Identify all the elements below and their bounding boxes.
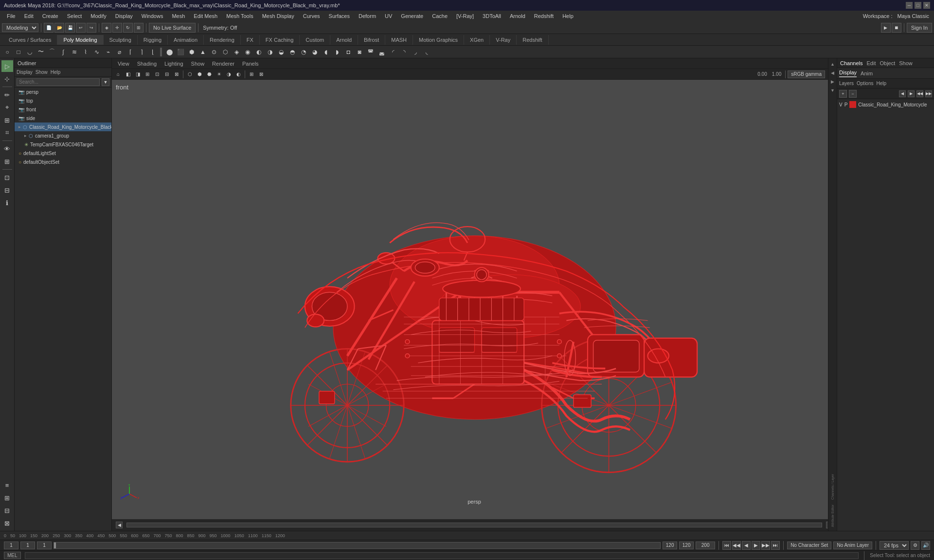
rotate-btn[interactable]: ↻	[123, 23, 133, 33]
menu-redshift[interactable]: Redshift	[530, 12, 557, 20]
mesh11-icon-btn[interactable]: ◘	[343, 47, 354, 57]
vp-shade-btn[interactable]: ⬢	[195, 70, 204, 79]
vp-tex-btn[interactable]: ⬣	[205, 70, 214, 79]
vp-cam2-btn[interactable]: ◨	[133, 70, 142, 79]
tab-arnold[interactable]: Arnold	[330, 35, 358, 45]
vp-cam1-btn[interactable]: ◧	[124, 70, 132, 79]
rp-tab-display[interactable]: Display	[839, 70, 857, 77]
info-btn[interactable]: ℹ	[1, 197, 13, 209]
tab-motion-graphics[interactable]: Motion Graphics	[413, 35, 464, 45]
outliner-item-objectset[interactable]: ○ defaultObjectSet	[15, 158, 111, 166]
bezier-icon-btn[interactable]: ⌒	[47, 47, 57, 57]
frame-start-field[interactable]	[4, 542, 18, 549]
vp-menu-view[interactable]: View	[115, 61, 132, 67]
menu-surfaces[interactable]: Surfaces	[325, 12, 354, 20]
ri-btn2[interactable]: ◀	[829, 69, 837, 77]
mesh12-icon-btn[interactable]: ◙	[354, 47, 365, 57]
outliner-item-camera-group[interactable]: ▸ ⬡ camera1_group	[15, 131, 111, 140]
tab-sculpting[interactable]: Sculpting	[104, 35, 138, 45]
rp-object[interactable]: Object	[880, 60, 895, 66]
menu-mesh-display[interactable]: Mesh Display	[258, 12, 298, 20]
crv3-icon-btn[interactable]: ∿	[91, 47, 102, 57]
vp-grid-btn[interactable]: ⊞	[247, 70, 256, 79]
arc-icon-btn[interactable]: ◡	[24, 47, 35, 57]
open-btn[interactable]: 📂	[54, 23, 64, 33]
rp-add-layer-btn[interactable]: +	[839, 90, 847, 98]
vp-scroll-left[interactable]: ◀	[116, 522, 123, 528]
mesh4-icon-btn[interactable]: ◑	[265, 47, 275, 57]
tab-fx[interactable]: FX	[241, 35, 260, 45]
frame-end-range-field[interactable]	[663, 542, 677, 549]
tab-rigging[interactable]: Rigging	[138, 35, 168, 45]
tab-xgen[interactable]: XGen	[464, 35, 490, 45]
torus-icon-btn[interactable]: ⊙	[209, 47, 219, 57]
vp-frame-btn[interactable]: ⊟	[162, 70, 171, 79]
rp-help-tab[interactable]: Help	[876, 81, 886, 86]
pb-prev-key-btn[interactable]: ◀◀	[732, 541, 741, 550]
menu-help[interactable]: Help	[558, 12, 577, 20]
measure-btn[interactable]: ⊟	[1, 184, 13, 196]
grid-btn[interactable]: ⊞	[1, 156, 13, 167]
deform-btn[interactable]: ⌗	[1, 127, 13, 139]
tab-fx-caching[interactable]: FX Caching	[260, 35, 300, 45]
mesh17-icon-btn[interactable]: ◞	[410, 47, 421, 57]
tab-bifrost[interactable]: Bifrost	[358, 35, 385, 45]
wave-icon-btn[interactable]: ≋	[69, 47, 80, 57]
hist-btn[interactable]: ⊟	[1, 505, 13, 516]
plane-icon-btn[interactable]: ⬡	[220, 47, 231, 57]
mirror-btn[interactable]: ⊞	[1, 114, 13, 126]
bb-settings-btn[interactable]: ⚙	[911, 541, 919, 550]
tab-animation[interactable]: Animation	[168, 35, 204, 45]
tab-custom[interactable]: Custom	[300, 35, 330, 45]
frame-current-field[interactable]	[20, 542, 35, 549]
render-seq-btn[interactable]: ▶	[881, 23, 891, 33]
outliner-menu-display[interactable]: Display	[17, 70, 33, 75]
menu-deform[interactable]: Deform	[355, 12, 380, 20]
menu-generate[interactable]: Generate	[397, 12, 427, 20]
menu-create[interactable]: Create	[38, 12, 62, 20]
stop-btn[interactable]: ⏹	[892, 23, 901, 33]
save-btn[interactable]: 💾	[65, 23, 75, 33]
rp-prev-btn[interactable]: ◀	[899, 90, 906, 97]
tab-mash[interactable]: MASH	[385, 35, 413, 45]
select-tool-btn[interactable]: ▷	[1, 60, 13, 72]
mesh2-icon-btn[interactable]: ◉	[242, 47, 253, 57]
vp-wire-btn[interactable]: ⬡	[185, 70, 194, 79]
modeling-select[interactable]: Modeling	[2, 23, 38, 32]
vp-ao-btn[interactable]: ◐	[234, 70, 243, 79]
undo-btn[interactable]: ↩	[76, 23, 86, 33]
menu-curves[interactable]: Curves	[299, 12, 324, 20]
menu-uv[interactable]: UV	[381, 12, 396, 20]
redo-btn[interactable]: ↪	[87, 23, 96, 33]
menu-select[interactable]: Select	[63, 12, 86, 20]
outliner-menu-help[interactable]: Help	[51, 70, 61, 75]
new-scene-btn[interactable]: 📄	[44, 23, 54, 33]
disp-btn[interactable]: ⊠	[1, 517, 13, 529]
vp-cam4-btn[interactable]: ⊡	[153, 70, 162, 79]
menu-mesh-tools[interactable]: Mesh Tools	[222, 12, 257, 20]
mesh8-icon-btn[interactable]: ◕	[309, 47, 320, 57]
bb-audio-btn[interactable]: 🔊	[921, 541, 930, 550]
vp-hud-btn[interactable]: ⊠	[257, 70, 266, 79]
tab-rendering[interactable]: Rendering	[204, 35, 241, 45]
mesh1-icon-btn[interactable]: ◈	[231, 47, 242, 57]
rp-tab-anim[interactable]: Anim	[861, 70, 873, 76]
mesh18-icon-btn[interactable]: ◟	[421, 47, 432, 57]
ri-btn4[interactable]: ▼	[829, 87, 837, 94]
mesh14-icon-btn[interactable]: ◛	[377, 47, 387, 57]
mesh6-icon-btn[interactable]: ◓	[287, 47, 298, 57]
ri-btn1[interactable]: ▲	[829, 60, 837, 68]
layers-btn[interactable]: ≡	[1, 479, 13, 491]
frame-end-field[interactable]	[679, 542, 694, 549]
paint-btn[interactable]: ✏	[1, 89, 13, 101]
select-btn[interactable]: ◈	[102, 23, 111, 33]
menu-edit-mesh[interactable]: Edit Mesh	[190, 12, 221, 20]
frame-total-field[interactable]	[696, 542, 715, 549]
vp-gamma-btn[interactable]: sRGB gamma	[788, 70, 825, 78]
square-icon-btn[interactable]: □	[13, 47, 24, 57]
outliner-item-top[interactable]: 📷 top	[15, 96, 111, 105]
menu-vray[interactable]: [V-Ray]	[452, 12, 478, 20]
outliner-item-tempcam[interactable]: ✳ TempCamFBXASC046Target	[15, 140, 111, 149]
vp-menu-panels[interactable]: Panels	[239, 61, 262, 67]
rp-options-tab[interactable]: Options	[857, 81, 873, 86]
